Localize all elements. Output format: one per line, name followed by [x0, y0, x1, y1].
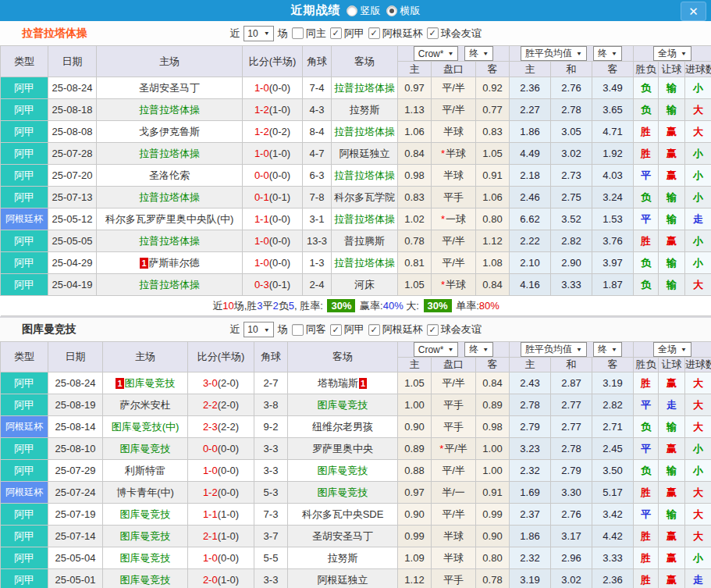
home-team-name[interactable]: 图库曼竞技 [125, 377, 176, 389]
full-match-dropdown[interactable]: 全场▼ [653, 342, 691, 357]
home-team-name[interactable]: 拉普拉塔体操 [139, 104, 200, 116]
avg-final-dropdown[interactable]: 终▼ [593, 46, 622, 61]
home-team-name[interactable]: 图库曼竞技 [120, 508, 171, 520]
avg-away-cell: 3.50 [592, 460, 634, 482]
results-table: 类型日期主场比分(半场)角球客场Crow*▼终▼胜平负均值▼终▼全场▼主盘口客主… [0, 341, 711, 588]
halftime-score: (0-2) [269, 126, 290, 137]
handicap-change-star-icon: * [441, 213, 445, 225]
view-mode-controls: 近期战绩 竖版 横版 [291, 3, 421, 18]
full-group-header: 全场▼ [634, 46, 711, 62]
home-team-name[interactable]: 科尔多瓦罗萨里奥中央队(中) [105, 213, 234, 225]
avg-dropdown[interactable]: 胜平负均值▼ [521, 46, 587, 61]
home-team-name[interactable]: 图库曼竞技 [120, 530, 171, 542]
avg-away-cell: 3.33 [592, 547, 634, 569]
home-team-name[interactable]: 博卡青年(中) [116, 486, 174, 498]
away-team-name[interactable]: 拉努斯 [350, 104, 380, 116]
matches-count-select[interactable]: 10▼ [244, 26, 273, 41]
away-team-name[interactable]: 图库曼竞技 [318, 465, 368, 476]
home-team-name[interactable]: 利斯特雷 [125, 465, 165, 476]
odds-final-dropdown[interactable]: 终▼ [464, 46, 493, 61]
home-team-name[interactable]: 拉普拉塔体操 [139, 191, 200, 203]
away-team-name[interactable]: 拉普拉塔体操 [334, 169, 395, 181]
away-team-name[interactable]: 拉努斯 [328, 552, 358, 564]
away-team-name[interactable]: 图库曼竞技 [318, 399, 368, 411]
away-team-name[interactable]: 科尔多瓦学院 [334, 191, 395, 203]
result-handicap-cell: 赢 [659, 165, 685, 187]
home-team-name[interactable]: 拉普拉塔体操 [139, 279, 200, 290]
handicap-change-star-icon: * [441, 148, 445, 159]
handicap-cell: 平/半 [432, 230, 476, 252]
away-team-name[interactable]: 普拉腾斯 [344, 235, 385, 247]
radio-icon-horizontal[interactable] [386, 5, 397, 16]
checkbox-same-venue[interactable]: 同客 [292, 323, 326, 337]
fulltime-score: 1-0 [254, 257, 269, 269]
checkbox-same-venue-checkbox-icon[interactable] [292, 324, 304, 336]
home-team-name[interactable]: 图库曼竞技 [120, 574, 171, 586]
away-team-name[interactable]: 塔勒瑞斯 [318, 377, 358, 389]
radio-vertical-layout[interactable]: 竖版 [347, 4, 381, 18]
odds-final-dropdown[interactable]: 终▼ [464, 342, 493, 357]
away-team-name[interactable]: 河床 [354, 279, 375, 290]
date-cell: 25-08-10 [48, 438, 103, 460]
home-team-name[interactable]: 拉普拉塔体操 [139, 148, 200, 159]
home-team-name[interactable]: 戈多伊克鲁斯 [139, 126, 200, 137]
checkbox-league-1-checkbox-icon[interactable]: ✓ [368, 27, 380, 39]
checkbox-same-venue-checkbox-icon[interactable] [292, 27, 304, 39]
avg-final-dropdown[interactable]: 终▼ [593, 342, 622, 357]
fulltime-score: 1-0 [203, 552, 218, 564]
handicap-text: 平手 [443, 574, 464, 586]
home-team-name[interactable]: 拉普拉塔体操 [139, 235, 200, 247]
checkbox-league-0-checkbox-icon[interactable]: ✓ [330, 324, 342, 336]
odds-away-cell: 0.99 [476, 504, 510, 526]
avg-draw-cell: 3.33 [551, 274, 592, 296]
close-button[interactable]: ✕ [681, 2, 706, 21]
away-team-name[interactable]: 纽维尔老男孩 [312, 421, 373, 433]
home-team-name[interactable]: 萨斯菲尔德 [149, 257, 200, 269]
away-team-name[interactable]: 拉普拉塔体操 [334, 82, 395, 94]
caret-down-icon: ▼ [264, 326, 270, 333]
avg-draw-cell: 3.02 [551, 143, 592, 165]
away-team-name[interactable]: 拉普拉塔体操 [334, 257, 395, 269]
away-team-name[interactable]: 科尔多瓦中央SDE [302, 508, 384, 520]
radio-icon-vertical[interactable] [347, 5, 357, 16]
red-card-badge: 1 [359, 378, 367, 389]
odds-source-dropdown[interactable]: Crow*▼ [414, 342, 459, 357]
result-handicap-cell: 输 [659, 274, 685, 296]
checkbox-league-2-checkbox-icon[interactable]: ✓ [427, 27, 439, 39]
matches-count-select[interactable]: 10▼ [244, 322, 273, 337]
home-team-name[interactable]: 图库曼竞技(中) [112, 421, 180, 433]
checkbox-league-1-checkbox-icon[interactable]: ✓ [368, 324, 380, 336]
away-team-name[interactable]: 罗萨里奥中央 [312, 443, 373, 454]
avg-dropdown-label: 胜平负均值 [525, 47, 572, 60]
home-team-name[interactable]: 萨尔米安杜 [120, 399, 171, 411]
away-team-name[interactable]: 阿根廷独立 [340, 148, 390, 159]
halftime-score: (0-0) [269, 235, 290, 247]
checkbox-league-2-checkbox-icon[interactable]: ✓ [427, 324, 439, 336]
avg-draw-cell: 2.90 [551, 252, 592, 274]
checkbox-league-1[interactable]: ✓阿根廷杯 [368, 27, 423, 41]
away-team-name[interactable]: 拉普拉塔体操 [334, 126, 395, 137]
filter-controls: 近10▼场同主✓阿甲✓阿根廷杯✓球会友谊 [229, 26, 481, 41]
checkbox-league-2[interactable]: ✓球会友谊 [427, 27, 482, 41]
home-team-name[interactable]: 圣洛伦索 [149, 169, 190, 181]
odds-source-dropdown[interactable]: Crow*▼ [414, 46, 459, 61]
handicap-cell: 平手 [432, 187, 476, 208]
avg-dropdown[interactable]: 胜平负均值▼ [521, 342, 587, 357]
checkbox-league-1[interactable]: ✓阿根廷杯 [368, 323, 423, 337]
home-team-name[interactable]: 图库曼竞技 [120, 552, 171, 564]
checkbox-league-0[interactable]: ✓阿甲 [330, 27, 364, 41]
home-team-name[interactable]: 图库曼竞技 [120, 443, 171, 454]
away-team-name[interactable]: 阿根廷独立 [318, 574, 368, 586]
checkbox-league-0-checkbox-icon[interactable]: ✓ [330, 27, 342, 39]
away-team-name[interactable]: 图库曼竞技 [318, 486, 368, 498]
checkbox-same-venue[interactable]: 同主 [292, 27, 326, 41]
full-match-dropdown[interactable]: 全场▼ [653, 46, 691, 61]
away-team-name[interactable]: 拉普拉塔体操 [334, 213, 395, 225]
checkbox-league-2[interactable]: ✓球会友谊 [427, 323, 482, 337]
radio-horizontal-layout[interactable]: 横版 [386, 4, 421, 18]
checkbox-league-0[interactable]: ✓阿甲 [330, 323, 364, 337]
handicap-cell: 平手 [432, 416, 476, 438]
date-cell: 25-07-19 [48, 504, 103, 526]
away-team-name[interactable]: 圣胡安圣马丁 [312, 530, 373, 542]
home-team-name[interactable]: 圣胡安圣马丁 [139, 82, 200, 94]
